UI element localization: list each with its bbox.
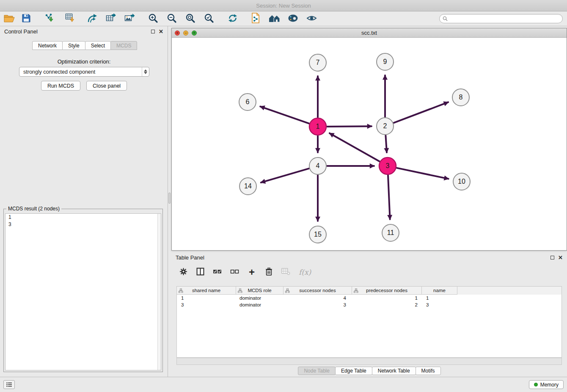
- import-network-button[interactable]: [43, 12, 57, 25]
- cell-name[interactable]: 3: [422, 301, 457, 308]
- mcds-result-item[interactable]: 1: [6, 214, 161, 221]
- memory-button[interactable]: Memory: [529, 380, 564, 389]
- float-table-panel-icon[interactable]: [550, 256, 554, 259]
- zoom-selected-button[interactable]: [202, 12, 216, 25]
- search-input[interactable]: [448, 15, 562, 22]
- cell-mcds-role[interactable]: dominator: [236, 301, 284, 308]
- column-header-predecessor-nodes[interactable]: predecessor nodes: [352, 287, 422, 295]
- tab-mcds[interactable]: MCDS: [110, 41, 137, 50]
- main-toolbar: [0, 11, 567, 26]
- column-header-name[interactable]: name: [422, 287, 457, 295]
- zoom-out-button[interactable]: [165, 12, 179, 25]
- graph-edge-2-8[interactable]: [394, 102, 449, 123]
- column-label: name: [433, 288, 446, 293]
- column-header-successor-nodes[interactable]: successor nodes: [284, 287, 352, 295]
- refresh-view-button[interactable]: [226, 12, 240, 25]
- float-panel-icon[interactable]: [151, 30, 155, 33]
- show-columns-button[interactable]: [196, 267, 204, 277]
- tab-node-table[interactable]: Node Table: [298, 367, 336, 375]
- network-canvas[interactable]: 7968124314101511: [172, 38, 567, 250]
- column-label: shared name: [192, 288, 220, 293]
- graph-node-14[interactable]: 14: [239, 178, 256, 195]
- refresh-icon: [228, 13, 238, 25]
- table-horizontal-scrollbar[interactable]: [176, 358, 562, 365]
- network-document-button[interactable]: [248, 12, 263, 25]
- graph-edge-1-6[interactable]: [260, 107, 309, 124]
- tab-network[interactable]: Network: [32, 41, 63, 50]
- graph-node-1[interactable]: 1: [309, 118, 326, 135]
- graph-node-8[interactable]: 8: [452, 89, 469, 106]
- tab-edge-table[interactable]: Edge Table: [335, 367, 372, 375]
- cell-successor-nodes[interactable]: 3: [284, 301, 352, 308]
- deselect-all-columns-button[interactable]: [230, 267, 239, 277]
- graph-node-3[interactable]: 3: [379, 157, 396, 174]
- column-header-shared-name[interactable]: shared name: [177, 287, 236, 295]
- tab-network-table[interactable]: Network Table: [372, 367, 416, 375]
- graph-node-2[interactable]: 2: [377, 118, 394, 135]
- status-bar: Memory: [0, 377, 567, 392]
- graph-node-10[interactable]: 10: [453, 173, 470, 190]
- table-settings-button[interactable]: [179, 267, 187, 277]
- search-box[interactable]: [439, 14, 563, 23]
- mcds-result-group: MCDS result (2 nodes) 1 3: [3, 209, 163, 372]
- close-panel-icon[interactable]: ✕: [159, 29, 163, 34]
- search-icon: [443, 16, 448, 21]
- graph-edge-1-2[interactable]: [327, 126, 372, 127]
- cell-mcds-role[interactable]: dominator: [236, 295, 284, 301]
- import-table-icon: [65, 13, 76, 24]
- cell-predecessor-nodes[interactable]: 2: [352, 301, 422, 308]
- cell-shared-name[interactable]: 1: [177, 295, 236, 301]
- cell-name[interactable]: 1: [422, 295, 457, 301]
- graph-edge-3-11[interactable]: [388, 175, 390, 219]
- control-panel: Control Panel ✕ Network Style Select MCD…: [0, 26, 168, 377]
- network-window-titlebar[interactable]: scc.txt × − +: [172, 28, 567, 38]
- column-label: predecessor nodes: [366, 288, 407, 293]
- run-mcds-button[interactable]: Run MCDS: [41, 81, 80, 91]
- delete-column-button[interactable]: [264, 267, 273, 277]
- export-image-button[interactable]: [122, 12, 137, 25]
- cell-predecessor-nodes[interactable]: 1: [352, 295, 422, 301]
- graph-edge-2-3[interactable]: [385, 135, 387, 152]
- gear-icon: [179, 268, 187, 277]
- column-tree-icon: [285, 288, 290, 293]
- zoom-in-button[interactable]: [146, 12, 160, 25]
- graph-node-7[interactable]: 7: [309, 54, 326, 71]
- tab-motifs[interactable]: Motifs: [416, 367, 441, 375]
- graph-node-15[interactable]: 15: [309, 226, 326, 243]
- optimization-criterion-select[interactable]: strongly connected component: [19, 67, 149, 77]
- open-session-button[interactable]: [2, 12, 17, 25]
- close-panel-button[interactable]: Close panel: [86, 81, 127, 91]
- export-table-button[interactable]: [104, 12, 118, 25]
- graph-node-4[interactable]: 4: [309, 157, 326, 174]
- close-table-panel-icon[interactable]: ✕: [558, 255, 563, 260]
- export-network-button[interactable]: [85, 12, 99, 25]
- graph-edge-3-1[interactable]: [330, 133, 380, 162]
- zoom-in-icon: [148, 13, 158, 25]
- show-hide-button[interactable]: [304, 12, 319, 25]
- zoom-fit-button[interactable]: [183, 12, 198, 25]
- apply-style-button[interactable]: [286, 12, 300, 25]
- tab-select[interactable]: Select: [85, 41, 111, 50]
- panel-splitter-handle[interactable]: [168, 193, 171, 204]
- graph-node-9[interactable]: 9: [377, 53, 394, 70]
- home-button[interactable]: [267, 12, 281, 25]
- select-all-columns-button[interactable]: [213, 267, 222, 277]
- task-history-button[interactable]: [3, 380, 15, 389]
- result-scrollbar[interactable]: [157, 214, 161, 370]
- tab-style[interactable]: Style: [62, 41, 85, 50]
- import-table-button[interactable]: [63, 12, 77, 25]
- graph-edge-4-14[interactable]: [261, 168, 309, 182]
- cell-shared-name[interactable]: 3: [177, 301, 236, 308]
- graph-node-11[interactable]: 11: [382, 224, 399, 241]
- select-stepper-icon: [142, 67, 149, 76]
- table-row[interactable]: 1 dominator 4 1 1: [177, 295, 561, 301]
- column-header-mcds-role[interactable]: MCDS role: [236, 287, 284, 295]
- create-column-button[interactable]: +: [248, 267, 256, 277]
- graph-node-6[interactable]: 6: [239, 94, 256, 110]
- cell-successor-nodes[interactable]: 4: [284, 295, 352, 301]
- mcds-result-item[interactable]: 3: [6, 221, 161, 228]
- save-session-button[interactable]: [19, 12, 33, 25]
- graph-node-label: 4: [316, 162, 320, 169]
- graph-edge-3-10[interactable]: [397, 168, 449, 179]
- table-row[interactable]: 3 dominator 3 2 3: [177, 301, 561, 308]
